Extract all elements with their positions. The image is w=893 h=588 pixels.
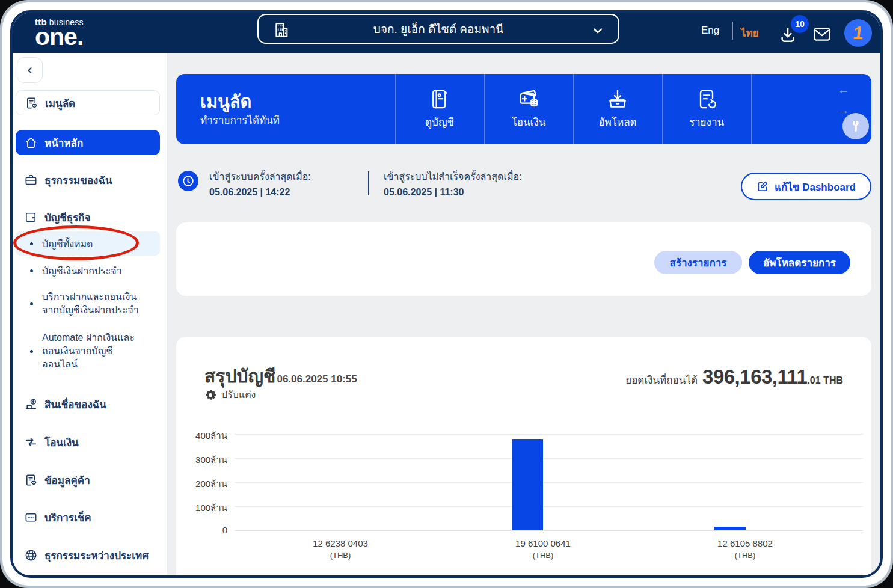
loan-icon xyxy=(24,397,38,411)
quick-action-report[interactable]: รายงาน xyxy=(662,74,751,144)
profile-avatar[interactable]: 1 xyxy=(844,19,872,47)
customize-control[interactable]: ปรับแต่ง xyxy=(204,387,256,402)
wallet-icon xyxy=(24,210,38,224)
quick-action-view-accounts[interactable]: ดูบัญชี xyxy=(395,74,484,144)
create-transaction-button[interactable]: สร้างรายการ xyxy=(654,251,742,274)
summary-title: สรุปบัญชี xyxy=(204,362,275,390)
failed-login-value: 05.06.2025 | 11:30 xyxy=(384,187,720,198)
failed-login-block: เข้าสู่ระบบไม่สำเร็จครั้งล่าสุดเมื่อ: 05… xyxy=(384,169,720,198)
chart-bar-2[interactable] xyxy=(512,439,543,530)
sidebar-item-transfer[interactable]: โอนเงิน xyxy=(16,432,160,452)
transactions-card: สร้างรายการ อัพโหลดรายการ xyxy=(176,222,871,296)
red-highlight-ellipse xyxy=(13,225,139,260)
top-header: ttb business one. บจก. ยูเอ็ก ดีไซต์ คอม… xyxy=(10,10,883,53)
clock-icon xyxy=(178,171,198,191)
sidebar-item-my-transactions[interactable]: ธุรกรรมของฉัน xyxy=(16,170,160,190)
sidebar-item-my-loans[interactable]: สินเชื่อของฉัน xyxy=(16,394,160,414)
gear-icon xyxy=(204,389,216,401)
bullet xyxy=(30,269,33,272)
chevron-down-icon xyxy=(591,23,605,38)
category-label-2: 19 6100 0641 (THB) xyxy=(465,538,621,560)
globe-icon xyxy=(24,548,38,562)
company-selector[interactable]: บจก. ยูเอ็ก ดีไซต์ คอมพานี xyxy=(257,14,619,44)
lang-eng[interactable]: Eng xyxy=(701,25,719,37)
gridline-0 xyxy=(235,530,863,531)
failed-login-label: เข้าสู่ระบบไม่สำเร็จครั้งล่าสุดเมื่อ: xyxy=(384,169,720,184)
amount-fraction: .01 THB xyxy=(807,375,843,386)
download-badge: 10 xyxy=(791,15,809,33)
upload-transaction-button[interactable]: อัพโหลดรายการ xyxy=(749,251,850,274)
withdrawable-label: ยอดเงินที่ถอนได้ xyxy=(625,372,698,388)
summary-header: สรุปบัญชี 06.06.2025 10:55 xyxy=(204,362,357,390)
sidebar-item-cheque-service[interactable]: บริการเช็ค xyxy=(16,507,160,527)
home-icon xyxy=(24,136,38,150)
bar-chart xyxy=(176,434,871,530)
login-info-divider xyxy=(368,171,369,195)
upload-icon xyxy=(606,87,630,111)
avatar-one-glyph: 1 xyxy=(852,23,864,43)
doc-heart-icon xyxy=(24,473,38,487)
last-login-value: 05.06.2025 | 14:22 xyxy=(209,187,364,198)
bullet xyxy=(30,350,33,353)
edit-icon xyxy=(756,180,769,192)
customize-label: ปรับแต่ง xyxy=(221,387,256,402)
lang-divider xyxy=(732,22,733,40)
mail-icon[interactable] xyxy=(812,25,832,43)
sidebar-item-international[interactable]: ธุรกรรมระหว่างประเทศ xyxy=(16,545,160,565)
briefcase-icon xyxy=(24,173,38,187)
edit-dashboard-button[interactable]: แก้ไข Dashboard xyxy=(741,173,871,200)
report-icon xyxy=(695,87,719,111)
customize-wrench-button[interactable] xyxy=(842,113,869,139)
chart-bar-3[interactable] xyxy=(714,527,746,530)
doc-heart-icon xyxy=(25,96,38,110)
app-window: ttb business one. บจก. ยูเอ็ก ดีไซต์ คอม… xyxy=(10,10,883,578)
sidebar-item-home[interactable]: หน้าหลัก xyxy=(16,130,160,155)
sidebar-shortcut-label: เมนูลัด xyxy=(45,95,75,111)
carousel-arrow-left[interactable]: ← xyxy=(838,84,849,97)
window-content: ttb business one. บจก. ยูเอ็ก ดีไซต์ คอม… xyxy=(13,13,880,575)
quick-action-transfer[interactable]: โอนเงิน xyxy=(484,74,573,144)
cheque-icon xyxy=(24,510,38,524)
sidebar-subitem-fixed-deposit[interactable]: บัญชีเงินฝากประจำ xyxy=(16,260,160,281)
lang-thai[interactable]: ไทย xyxy=(741,25,759,41)
sidebar-subitem-deposit-service[interactable]: บริการฝากและถอนเงินจากบัญชีเงินฝากประจำ xyxy=(16,290,160,317)
quick-action-upload[interactable]: อัพโหลด xyxy=(573,74,662,144)
window-shadow: ttb business one. บจก. ยูเอ็ก ดีไซต์ คอม… xyxy=(0,0,893,588)
category-label-3: 12 6105 8802 (THB) xyxy=(667,538,823,560)
banner-divider xyxy=(751,74,752,144)
amount-main: 396,163,111 xyxy=(702,366,807,388)
sidebar-item-business-accounts[interactable]: บัญชีธุรกิจ xyxy=(16,207,160,227)
company-name: บจก. ยูเอ็ก ดีไซต์ คอมพานี xyxy=(259,20,618,38)
last-login-block: เข้าสู่ระบบครั้งล่าสุดเมื่อ: 05.06.2025 … xyxy=(209,169,364,198)
transfer-icon xyxy=(24,435,38,449)
sidebar-shortcut-button[interactable]: เมนูลัด xyxy=(16,90,160,115)
banner-subtitle: ทำรายการได้ทันที xyxy=(200,112,280,128)
quick-menu-banner: เมนูลัด ทำรายการได้ทันที ดูบัญชี โอนเงิน xyxy=(176,74,871,144)
summary-timestamp: 06.06.2025 10:55 xyxy=(277,373,357,385)
last-login-label: เข้าสู่ระบบครั้งล่าสุดเมื่อ: xyxy=(209,169,364,184)
withdrawable-amount: ยอดเงินที่ถอนได้ 396,163,111 .01 THB xyxy=(625,366,843,388)
sidebar-collapse-button[interactable] xyxy=(17,57,43,83)
account-summary-card: สรุปบัญชี 06.06.2025 10:55 ปรับแต่ง ยอดเ… xyxy=(176,337,871,578)
category-label-1: 12 6238 0403 (THB) xyxy=(262,538,419,560)
wallet-plus-icon xyxy=(517,87,541,111)
passbook-icon xyxy=(428,87,452,111)
sidebar-subitem-automate[interactable]: Automate ฝากเงินและถอนเงินจากบัญชีออนไลน… xyxy=(16,331,160,371)
ttb-business-one-logo: ttb business one. xyxy=(35,17,84,49)
wrench-icon xyxy=(849,120,862,133)
sidebar: เมนูลัด หน้าหลัก ธุรกรรมของฉัน บัญชีธุรก… xyxy=(13,53,168,575)
bullet xyxy=(30,302,33,305)
sidebar-item-partner-info[interactable]: ข้อมูลคู่ค้า xyxy=(16,470,160,490)
